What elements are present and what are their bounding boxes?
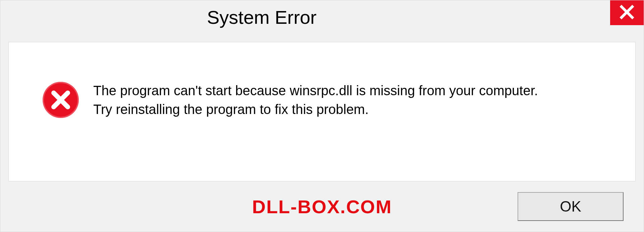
ok-button[interactable]: OK <box>518 192 624 221</box>
dialog-title: System Error <box>207 6 317 28</box>
dialog-footer: DLL-BOX.COM OK <box>0 181 644 232</box>
titlebar: System Error <box>0 0 644 34</box>
watermark-text: DLL-BOX.COM <box>252 196 392 218</box>
ok-button-label: OK <box>560 198 581 215</box>
error-message: The program can't start because winsrpc.… <box>93 81 538 119</box>
dialog-body: The program can't start because winsrpc.… <box>8 42 636 181</box>
error-icon <box>42 81 79 118</box>
error-message-line2: Try reinstalling the program to fix this… <box>93 100 538 119</box>
close-button[interactable] <box>610 0 644 25</box>
error-message-line1: The program can't start because winsrpc.… <box>93 81 538 100</box>
error-dialog-window: System Error The program can't start bec… <box>0 0 644 232</box>
close-icon <box>620 5 634 21</box>
